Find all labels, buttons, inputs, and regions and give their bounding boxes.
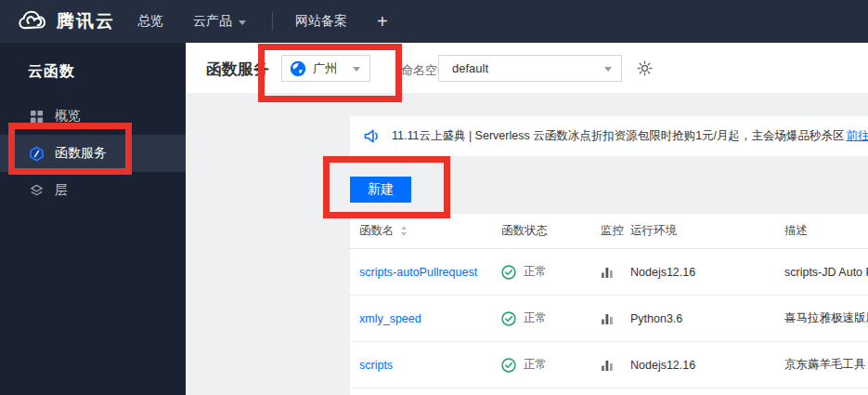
status-text: 正常 bbox=[524, 357, 547, 373]
column-header-runtime: 运行环境 bbox=[621, 223, 775, 239]
status-text: 正常 bbox=[524, 310, 547, 326]
gear-icon[interactable] bbox=[637, 60, 653, 76]
hexagon-function-icon bbox=[28, 145, 45, 162]
chevron-down-icon bbox=[604, 67, 612, 72]
runtime-cell: Nodejs12.16 bbox=[621, 266, 775, 279]
column-header-monitor: 监控 bbox=[591, 223, 621, 239]
tencent-cloud-logo[interactable]: 腾讯云 bbox=[0, 9, 115, 33]
status-ok-icon bbox=[501, 265, 516, 280]
top-navbar: 腾讯云 总览 云产品 网站备案 + bbox=[0, 0, 868, 43]
chevron-down-icon bbox=[239, 20, 246, 25]
function-name-link[interactable]: xmly_speed bbox=[359, 312, 421, 325]
layers-icon bbox=[28, 182, 45, 199]
namespace-value: default bbox=[452, 61, 488, 75]
column-header-description: 描述 bbox=[775, 223, 868, 239]
status-ok-icon bbox=[501, 358, 516, 373]
table-row: scripts 正常 Nodejs12.16 bbox=[350, 342, 868, 388]
namespace-select[interactable]: default bbox=[438, 55, 622, 82]
runtime-cell: Nodejs12.16 bbox=[621, 359, 775, 372]
table-row: scripts-autoPullrequest 正常 bbox=[350, 249, 868, 296]
promo-notice-bar: 11.11云上盛典 | Serverless 云函数冰点折扣资源包限时抢购1元/… bbox=[350, 116, 868, 156]
nav-overview[interactable]: 总览 bbox=[137, 13, 163, 30]
add-tab-button[interactable]: + bbox=[377, 11, 388, 33]
page-title: 函数服务 bbox=[206, 59, 269, 80]
description-cell: scripts-JD Auto P bbox=[775, 266, 868, 279]
runtime-cell: Python3.6 bbox=[621, 312, 775, 325]
sidebar-item-label: 层 bbox=[55, 182, 68, 199]
cloud-logo-icon bbox=[17, 10, 48, 33]
region-selector[interactable]: 广州 bbox=[281, 55, 370, 82]
functions-table: 函数名 函数状态 监控 运行环境 描述 scripts-autoPullrequ… bbox=[350, 214, 868, 395]
top-nav: 总览 云产品 网站备案 + bbox=[137, 11, 388, 33]
grid-icon bbox=[28, 108, 45, 125]
table-row: xmly_speed 正常 Python3.6 bbox=[350, 296, 868, 342]
sidebar-menu: 概览 函数服务 层 bbox=[0, 98, 186, 209]
chevron-down-icon bbox=[353, 67, 360, 72]
nav-website-filing[interactable]: 网站备案 bbox=[295, 13, 347, 30]
create-button[interactable]: 新建 bbox=[350, 177, 411, 203]
column-header-function-name[interactable]: 函数名 bbox=[350, 223, 492, 239]
status-text: 正常 bbox=[524, 264, 547, 280]
column-header-status: 函数状态 bbox=[492, 223, 591, 239]
monitor-chart-icon[interactable] bbox=[601, 312, 614, 325]
table-header-row: 函数名 函数状态 监控 运行环境 描述 bbox=[350, 214, 868, 249]
notice-text: 11.11云上盛典 | Serverless 云函数冰点折扣资源包限时抢购1元/… bbox=[392, 128, 845, 144]
sidebar-item-function-service[interactable]: 函数服务 bbox=[0, 135, 186, 172]
description-cell: 京东薅羊毛工具 bbox=[775, 357, 868, 373]
description-cell: 喜马拉雅极速版刷 bbox=[775, 310, 868, 326]
status-ok-icon bbox=[501, 311, 516, 326]
globe-icon bbox=[290, 60, 306, 77]
function-name-link[interactable]: scripts-autoPullrequest bbox=[359, 266, 477, 279]
nav-cloud-products[interactable]: 云产品 bbox=[193, 13, 246, 30]
page-header: 函数服务 广州 命名空间: default bbox=[186, 43, 868, 93]
tencent-cloud-scf-console: 腾讯云 总览 云产品 网站备案 + 云函数 bbox=[0, 0, 868, 395]
function-name-link[interactable]: scripts bbox=[359, 359, 393, 372]
sidebar-item-overview[interactable]: 概览 bbox=[0, 98, 186, 135]
notice-go-link[interactable]: 前往 bbox=[847, 128, 868, 144]
sidebar-item-label: 函数服务 bbox=[55, 145, 107, 162]
sidebar-item-label: 概览 bbox=[55, 108, 81, 125]
region-label: 广州 bbox=[313, 60, 337, 77]
monitor-chart-icon[interactable] bbox=[601, 266, 614, 279]
nav-divider bbox=[272, 12, 273, 31]
sidebar: 云函数 概览 函数服务 bbox=[0, 43, 186, 395]
sort-icon[interactable] bbox=[400, 225, 408, 237]
speaker-icon bbox=[363, 128, 381, 144]
sidebar-title: 云函数 bbox=[0, 43, 186, 82]
sidebar-item-layers[interactable]: 层 bbox=[0, 172, 186, 209]
logo-text: 腾讯云 bbox=[57, 9, 115, 33]
monitor-chart-icon[interactable] bbox=[601, 359, 614, 372]
